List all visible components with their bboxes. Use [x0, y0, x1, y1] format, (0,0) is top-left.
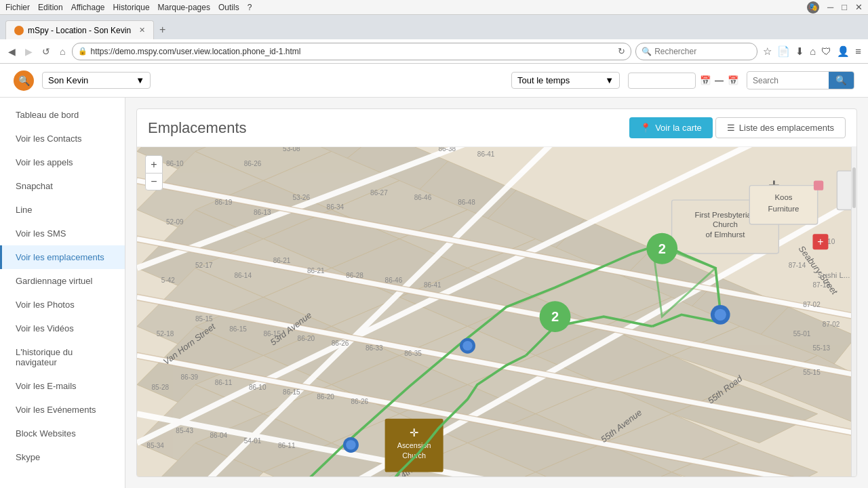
svg-point-159 — [462, 341, 472, 350]
sidebar-item-voir-sms[interactable]: Voir les SMS — [0, 222, 125, 245]
calendar-to-icon[interactable]: 📅 — [728, 75, 738, 85]
view-map-label: Voir la carte — [655, 123, 702, 133]
browser-chrome: Fichier Edition Affichage Historique Mar… — [0, 0, 868, 64]
sidebar-item-voir-videos[interactable]: Voir les Vidéos — [0, 317, 125, 340]
active-tab[interactable]: mSpy - Location - Son Kevin ✕ — [5, 20, 154, 39]
date-from-input[interactable] — [628, 73, 696, 89]
sidebar-item-voir-emails[interactable]: Voir les E-mails — [0, 374, 125, 398]
app-search-button[interactable]: 🔍 — [829, 72, 854, 89]
zoom-in-button[interactable]: + — [145, 155, 163, 173]
sidebar-item-snapchat[interactable]: Snapchat — [0, 174, 125, 198]
main-content: Emplacements 📍 Voir la carte ☰ Liste des… — [125, 98, 868, 488]
svg-text:86-20: 86-20 — [317, 393, 334, 401]
calendar-from-icon[interactable]: 📅 — [700, 75, 711, 85]
sidebar-item-voir-photos[interactable]: Voir les Photos — [0, 293, 125, 317]
svg-text:85-34: 85-34 — [146, 442, 164, 449]
maximize-button[interactable]: □ — [842, 2, 847, 12]
refresh-button[interactable]: ↺ — [39, 45, 53, 58]
svg-text:53-18: 53-18 — [399, 147, 417, 148]
svg-text:55-13: 55-13 — [812, 344, 830, 352]
header-buttons: 📍 Voir la carte ☰ Liste des emplacements — [629, 117, 846, 138]
menu-fichier[interactable]: Fichier — [5, 3, 30, 12]
svg-text:✛: ✛ — [410, 427, 418, 439]
svg-text:Church: Church — [713, 220, 738, 228]
url-refresh-icon[interactable]: ↻ — [618, 46, 625, 56]
close-button[interactable]: ✕ — [855, 2, 863, 12]
sidebar-item-tableau-de-bord[interactable]: Tableau de bord — [0, 103, 125, 127]
time-selector[interactable]: Tout le temps ▼ — [511, 72, 620, 89]
view-list-button[interactable]: ☰ Liste des emplacements — [715, 117, 846, 138]
svg-text:86-15: 86-15 — [229, 325, 247, 333]
sidebar: Tableau de bord Voir les Contacts Voir l… — [0, 98, 125, 488]
map-svg: 86-10 86-23 86-26 53-08 53-12 53-16 53-1… — [137, 147, 856, 476]
svg-text:87-02: 87-02 — [803, 301, 821, 308]
address-bar: ◀ ▶ ↺ ⌂ 🔒 https://demo.mspy.com/user.vie… — [0, 39, 868, 64]
svg-text:86-46: 86-46 — [385, 277, 403, 284]
svg-text:53-08: 53-08 — [283, 147, 300, 152]
svg-text:of Elmhurst: of Elmhurst — [705, 230, 745, 239]
bookmark-icon[interactable]: ☆ — [762, 44, 773, 59]
svg-text:54-01: 54-01 — [244, 437, 262, 445]
svg-text:55-15: 55-15 — [803, 369, 821, 376]
date-separator: — — [715, 75, 724, 85]
browser-search-bar[interactable]: 🔍 — [635, 43, 757, 60]
menu-icon[interactable]: ≡ — [854, 44, 863, 58]
page-title: Emplacements — [148, 119, 247, 137]
menu-marque-pages[interactable]: Marque-pages — [158, 3, 210, 12]
svg-text:86-28: 86-28 — [346, 272, 363, 279]
svg-text:86-21: 86-21 — [273, 257, 291, 264]
svg-text:87-02: 87-02 — [823, 321, 840, 328]
view-map-button[interactable]: 📍 Voir la carte — [629, 117, 713, 138]
sidebar-item-skype[interactable]: Skype — [0, 445, 125, 469]
browser-search-input[interactable] — [654, 47, 743, 56]
menu-affichage[interactable]: Affichage — [71, 3, 105, 12]
menu-bar: Fichier Edition Affichage Historique Mar… — [0, 0, 868, 15]
search-icon: 🔍 — [642, 47, 652, 56]
map-container[interactable]: + − — [137, 147, 856, 476]
content-header: Emplacements 📍 Voir la carte ☰ Liste des… — [137, 109, 856, 147]
svg-text:85-28: 85-28 — [152, 384, 170, 391]
menu-edition[interactable]: Edition — [38, 3, 63, 12]
sidebar-item-voir-appels[interactable]: Voir les appels — [0, 150, 125, 174]
app-header: 🔍 Son Kevin ▼ Tout le temps ▼ 📅 — 📅 🔍 — [0, 64, 868, 98]
back-button[interactable]: ◀ — [5, 45, 18, 58]
tab-title: mSpy - Location - Son Kevin — [28, 26, 131, 35]
sidebar-item-voir-emplacements[interactable]: Voir les emplacements — [0, 245, 125, 269]
download-icon[interactable]: ⬇ — [794, 44, 806, 59]
svg-text:86-13: 86-13 — [254, 209, 271, 216]
app-search-input[interactable] — [747, 73, 829, 88]
menu-outils[interactable]: Outils — [218, 3, 239, 12]
svg-text:Sushi L...: Sushi L... — [818, 271, 850, 279]
home-icon[interactable]: ⌂ — [808, 44, 817, 58]
forward-button[interactable]: ▶ — [22, 45, 35, 58]
sidebar-item-block-websites[interactable]: Block Websites — [0, 422, 125, 445]
svg-rect-151 — [814, 180, 823, 190]
svg-text:86-33: 86-33 — [366, 344, 383, 352]
device-selector[interactable]: Son Kevin ▼ — [42, 72, 151, 89]
sidebar-item-voir-evenements[interactable]: Voir les Evénements — [0, 398, 125, 422]
menu-historique[interactable]: Historique — [113, 3, 150, 12]
toolbar-icons: ☆ 📄 ⬇ ⌂ 🛡 👤 ≡ — [762, 44, 863, 59]
new-tab-button[interactable]: + — [154, 20, 171, 39]
sidebar-item-line[interactable]: Line — [0, 198, 125, 222]
shield-icon[interactable]: 🛡 — [820, 44, 833, 58]
svg-text:5-42: 5-42 — [161, 277, 175, 284]
zoom-out-button[interactable]: − — [145, 173, 163, 190]
map-scrollbar[interactable] — [851, 147, 856, 476]
svg-text:53-26: 53-26 — [292, 194, 310, 201]
svg-text:86-15: 86-15 — [283, 388, 300, 396]
svg-text:Furniture: Furniture — [768, 205, 800, 213]
home-button[interactable]: ⌂ — [57, 45, 68, 58]
sidebar-item-gardiennage-virtuel[interactable]: Gardiennage virtuel — [0, 269, 125, 293]
minimize-button[interactable]: ─ — [827, 2, 833, 12]
reading-icon[interactable]: 📄 — [776, 44, 791, 59]
zoom-controls: + − — [145, 155, 163, 190]
tab-favicon — [14, 26, 24, 35]
sidebar-item-voir-contacts[interactable]: Voir les Contacts — [0, 127, 125, 150]
sidebar-item-historique-navigateur[interactable]: L'historique du navigateur — [0, 340, 125, 374]
tab-close-button[interactable]: ✕ — [139, 26, 145, 35]
menu-help[interactable]: ? — [248, 3, 252, 12]
view-list-label: Liste des emplacements — [739, 123, 834, 133]
profile-icon[interactable]: 👤 — [835, 44, 851, 59]
svg-text:86-23: 86-23 — [215, 147, 233, 148]
